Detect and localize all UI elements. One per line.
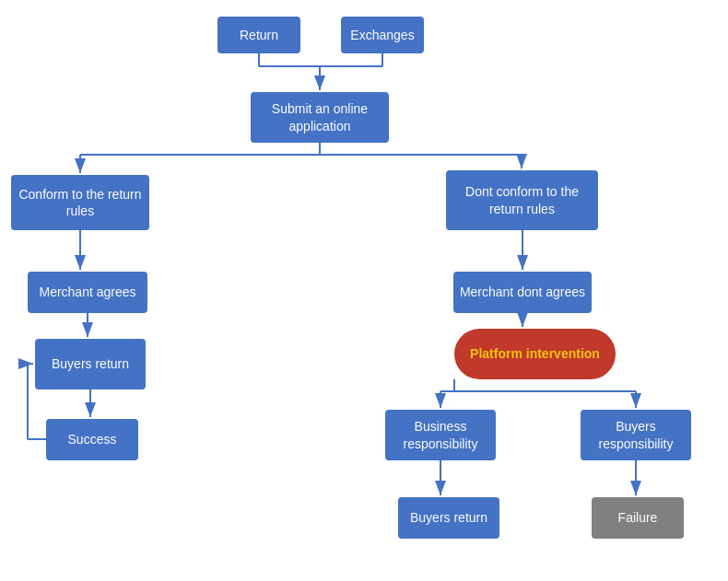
success-node: Success <box>46 419 138 460</box>
buyers-return-right-node: Buyers return <box>398 497 499 539</box>
platform-node: Platform intervention <box>454 329 616 379</box>
merchant-dont-node: Merchant dont agrees <box>453 272 592 313</box>
merchant-agrees-node: Merchant agrees <box>28 272 147 313</box>
failure-node: Failure <box>592 497 684 539</box>
exchanges-node: Exchanges <box>341 17 424 53</box>
return-node: Return <box>217 17 300 53</box>
dont-conform-node: Dont conform to the return rules <box>446 170 598 230</box>
flowchart: Return Exchanges Submit an online applic… <box>0 0 728 581</box>
conform-node: Conform to the return rules <box>11 175 149 230</box>
buyers-return-left-node: Buyers return <box>35 339 146 389</box>
buyers-resp-node: Buyers responsibility <box>581 410 691 460</box>
business-resp-node: Business responsibility <box>385 410 496 460</box>
submit-node: Submit an online application <box>251 92 389 143</box>
